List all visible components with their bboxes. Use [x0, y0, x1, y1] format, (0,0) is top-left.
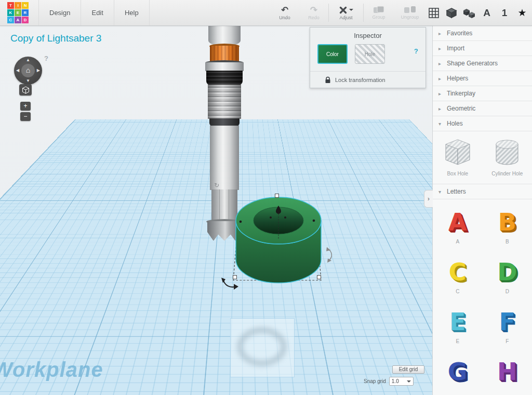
rotate-right-arrow-icon[interactable]: ▶	[37, 69, 40, 73]
sidebar-section-letters[interactable]: ▾ Letters	[433, 184, 532, 199]
corner-scale-handle[interactable]	[233, 276, 237, 279]
edit-grid-button[interactable]: Edit grid	[392, 365, 424, 374]
section-label: Favorites	[447, 30, 472, 37]
chevron-down-icon	[349, 9, 353, 13]
letter-d-icon: D	[497, 260, 517, 284]
letter-shape-b[interactable]: B B	[483, 199, 532, 249]
logo-tile: A	[15, 17, 21, 23]
sidebar-section-favorites[interactable]: ▸ Favorites	[433, 26, 532, 41]
menu-edit[interactable]: Edit	[81, 0, 114, 25]
help-question-icon[interactable]: ?	[44, 55, 48, 62]
home-view-icon[interactable]: ⌂	[21, 64, 35, 77]
sidebar-collapse-tab[interactable]: ›	[424, 190, 433, 208]
ring-shadow	[237, 327, 287, 366]
sidebar-section-geometric[interactable]: ▸ Geometric	[433, 101, 532, 116]
sidebar-section-import[interactable]: ▸ Import	[433, 41, 532, 56]
tinkercad-logo[interactable]: T I N K E R C A D	[7, 2, 29, 23]
letter-shape-h[interactable]: H	[483, 349, 532, 395]
shapes-icon[interactable]	[462, 6, 476, 20]
letter-shape-c[interactable]: C C	[433, 249, 483, 299]
undo-button[interactable]: ↶ Undo	[270, 0, 299, 25]
redo-button[interactable]: ↷ Redo	[299, 0, 328, 25]
view-rotation-pad[interactable]: ▲ ▼ ◀ ▶ ⌂	[14, 57, 42, 85]
logo-tile: K	[7, 9, 14, 16]
saber-dark-band	[209, 118, 240, 126]
zoom-out-button[interactable]: −	[20, 112, 31, 121]
height-handle[interactable]	[275, 194, 279, 198]
logo-tile: E	[15, 9, 21, 16]
box-icon[interactable]	[445, 6, 458, 20]
rotate-handle-side[interactable]	[326, 247, 331, 263]
adjust-label: Adjust	[339, 15, 352, 20]
menu-help[interactable]: Help	[114, 0, 150, 25]
number-tool-icon[interactable]: 1	[498, 6, 511, 20]
group-label: Group	[372, 15, 385, 20]
rotate-up-arrow-icon[interactable]: ▲	[26, 58, 30, 62]
group-button[interactable]: Group	[364, 0, 394, 25]
menu-design[interactable]: Design	[38, 0, 81, 25]
sidebar-section-holes[interactable]: ▾ Holes	[433, 116, 532, 131]
letter-g-icon: G	[448, 359, 468, 384]
letters-shape-list: A A B B C C D D E E F F	[433, 199, 532, 395]
letter-shape-e[interactable]: E E	[433, 299, 483, 349]
saber-collar	[205, 62, 244, 71]
saber-upper-barrel	[208, 26, 241, 46]
zoom-in-button[interactable]: +	[20, 102, 31, 111]
scale-dot-handle[interactable]	[240, 221, 242, 223]
inspector-help-icon[interactable]: ?	[414, 47, 418, 55]
box-hole-icon	[443, 138, 473, 168]
saber-body	[210, 126, 239, 190]
shape-label: E	[456, 338, 459, 344]
group-icon	[373, 6, 384, 14]
section-label: Holes	[447, 120, 463, 127]
rotate-left-arrow-icon[interactable]: ◀	[16, 69, 19, 73]
scale-dot-handle[interactable]	[284, 216, 286, 219]
rotate-handle[interactable]	[221, 278, 238, 290]
edit-toolbar: ↶ Undo ↷ Redo Adjust Group	[270, 0, 426, 25]
star-icon[interactable]: ★	[515, 6, 529, 20]
inspector-title: Inspector	[310, 32, 425, 39]
logo-tile: D	[22, 17, 29, 23]
letter-shape-f[interactable]: F F	[483, 299, 532, 349]
holes-shape-list: Box Hole Cylinder Hole	[433, 131, 532, 184]
rotate-down-arrow-icon[interactable]: ▼	[26, 79, 30, 83]
corner-scale-handle[interactable]	[317, 276, 321, 279]
shapes-sidebar: ▸ Favorites ▸ Import ▸ Shape Generators …	[432, 26, 532, 395]
main-menu: Design Edit Help	[38, 0, 150, 25]
adjust-button[interactable]: Adjust	[329, 0, 363, 25]
section-label: Shape Generators	[447, 60, 498, 67]
workplane-grid-icon[interactable]	[427, 6, 441, 20]
top-bar: T I N K E R C A D Design Edit Help ↶ Und…	[0, 0, 532, 26]
sidebar-section-tinkerplay[interactable]: ▸ Tinkerplay	[433, 86, 532, 101]
hole-swatch[interactable]: Hole	[355, 44, 385, 64]
section-label: Import	[447, 45, 464, 52]
section-label: Helpers	[447, 75, 468, 82]
chevron-right-icon: ▸	[438, 101, 441, 116]
ungroup-button[interactable]: Ungroup	[394, 0, 426, 25]
snap-grid-dropdown[interactable]: 1.0	[389, 377, 414, 386]
letter-shape-a[interactable]: A A	[433, 199, 483, 249]
letter-tool-icon[interactable]: A	[480, 6, 494, 20]
view-cube-button[interactable]	[19, 84, 32, 96]
scale-dot-handle[interactable]	[313, 220, 315, 222]
letter-shape-g[interactable]: G	[433, 349, 483, 395]
color-swatch[interactable]: Color	[317, 44, 348, 64]
scale-dot-handle[interactable]	[270, 216, 272, 219]
shape-label: Cylinder Hole	[491, 171, 523, 176]
cylinder-hole-icon	[492, 138, 522, 168]
chevron-right-icon: ▸	[438, 86, 441, 101]
sidebar-section-helpers[interactable]: ▸ Helpers	[433, 71, 532, 86]
material-swatches: Color Hole	[317, 44, 385, 64]
letter-shape-d[interactable]: D D	[483, 249, 532, 299]
snap-grid-value: 1.0	[392, 378, 407, 384]
cylinder-hole-shape[interactable]: Cylinder Hole	[483, 131, 532, 184]
sidebar-section-shape-generators[interactable]: ▸ Shape Generators	[433, 56, 532, 71]
lock-transformation-toggle[interactable]: Lock transformation	[325, 76, 385, 84]
logo-tile: T	[7, 2, 14, 9]
letter-b-icon: B	[498, 210, 516, 235]
box-hole-shape[interactable]: Box Hole	[433, 131, 483, 184]
selected-ring-object[interactable]	[218, 187, 343, 322]
letter-f-icon: F	[499, 309, 515, 334]
section-label: Letters	[447, 188, 466, 195]
undo-icon: ↶	[281, 6, 288, 15]
